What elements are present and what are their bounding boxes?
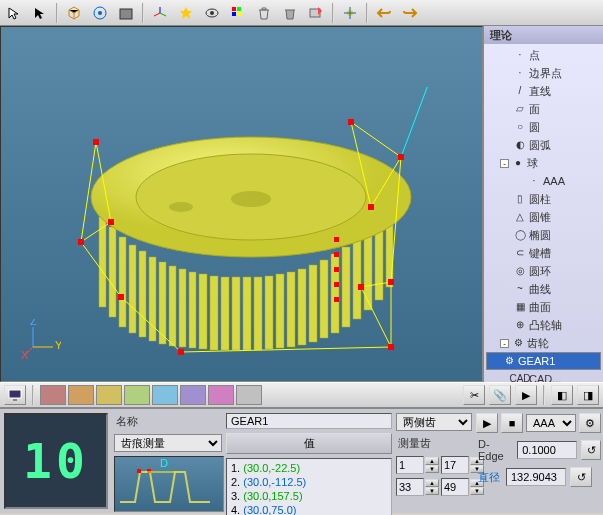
profile-preview: D (114, 456, 224, 512)
side-mode-select[interactable]: 两侧齿 (396, 413, 472, 431)
main-toolbar (0, 0, 603, 26)
axis-gizmo: ZYX (21, 319, 61, 361)
svg-point-47 (231, 191, 271, 207)
tree-node[interactable]: -⚙齿轮 (486, 334, 601, 352)
dedge-reset-icon[interactable]: ↺ (581, 440, 601, 460)
svg-rect-60 (388, 344, 394, 350)
color-swatch[interactable] (96, 385, 122, 405)
node-label: 直线 (529, 83, 551, 99)
viewport-3d[interactable]: ZYX (0, 26, 483, 382)
node-icon: CAD (513, 372, 527, 382)
clip-a-icon[interactable]: ✂ (463, 385, 485, 405)
tree-node[interactable]: ▦曲面 (486, 298, 601, 316)
extra-b-icon[interactable]: ◨ (577, 385, 599, 405)
dedge-input[interactable] (517, 441, 577, 459)
color-swatch[interactable] (40, 385, 66, 405)
node-icon: · (513, 66, 527, 80)
svg-rect-51 (108, 219, 114, 225)
palette-icon[interactable] (226, 2, 250, 24)
delete-icon[interactable] (304, 2, 328, 24)
svg-rect-19 (119, 237, 126, 327)
node-icon: ⚙ (511, 336, 525, 350)
spin-3[interactable]: ▲▼ (396, 478, 439, 496)
redo-icon[interactable] (398, 2, 422, 24)
goto-icon[interactable]: ▶ (515, 385, 537, 405)
value-row[interactable]: 1. (30.0,-22.5) (231, 461, 387, 475)
tree-node[interactable]: ○圆 (486, 118, 601, 136)
node-icon: ▦ (513, 300, 527, 314)
clip-b-icon[interactable]: 📎 (489, 385, 511, 405)
diam-input[interactable] (506, 468, 566, 486)
extra-a-icon[interactable]: ◧ (551, 385, 573, 405)
tree-node[interactable]: ~曲线 (486, 280, 601, 298)
monitor-icon[interactable] (4, 385, 26, 405)
arrow-icon[interactable] (28, 2, 52, 24)
trash-a-icon[interactable] (252, 2, 276, 24)
digit-display: 10 (4, 413, 108, 509)
axes-icon[interactable] (148, 2, 172, 24)
tree-node[interactable]: ·点 (486, 46, 601, 64)
tree-node[interactable]: ◯椭圆 (486, 226, 601, 244)
play-button[interactable]: ▶ (476, 413, 498, 433)
node-icon: ◐ (513, 138, 527, 152)
value-row[interactable]: 3. (30.0,157.5) (231, 489, 387, 503)
node-label: 齿轮 (527, 335, 549, 351)
box-icon[interactable] (114, 2, 138, 24)
undo-icon[interactable] (372, 2, 396, 24)
svg-rect-42 (364, 230, 372, 310)
spin-1[interactable]: ▲▼ (396, 456, 439, 474)
svg-rect-20 (129, 245, 136, 333)
node-label: 圆环 (529, 263, 551, 279)
tree-node[interactable]: ⚙GEAR1 (486, 352, 601, 370)
color-swatch[interactable] (236, 385, 262, 405)
cube-icon[interactable] (62, 2, 86, 24)
name-input[interactable] (226, 413, 392, 429)
node-label: 圆 (529, 119, 540, 135)
tree-node[interactable]: ◐圆弧 (486, 136, 601, 154)
trash-b-icon[interactable] (278, 2, 302, 24)
tree-node[interactable]: /直线 (486, 82, 601, 100)
tree-node[interactable]: ▯圆柱 (486, 190, 601, 208)
tree-node[interactable]: ◎圆环 (486, 262, 601, 280)
origin-icon[interactable] (338, 2, 362, 24)
value-list[interactable]: 1. (30.0,-22.5)2. (30.0,-112.5)3. (30.0,… (226, 458, 392, 515)
tree-node[interactable]: ·边界点 (486, 64, 601, 82)
star-icon[interactable] (174, 2, 198, 24)
value-row[interactable]: 4. (30.0,75.0) (231, 503, 387, 515)
cursor-icon[interactable] (2, 2, 26, 24)
tree-node[interactable]: ▱面 (486, 100, 601, 118)
feature-tree[interactable]: ·点·边界点/直线▱面○圆◐圆弧-●球·AAA▯圆柱△圆锥◯椭圆⊂键槽◎圆环~曲… (484, 44, 603, 382)
tree-node[interactable]: -●球 (486, 154, 601, 172)
color-swatch[interactable] (152, 385, 178, 405)
svg-rect-24 (169, 266, 176, 346)
svg-rect-23 (159, 262, 166, 344)
tree-node[interactable]: ⊂键槽 (486, 244, 601, 262)
svg-rect-62 (334, 252, 339, 257)
node-label: 点 (529, 47, 540, 63)
svg-rect-56 (368, 204, 374, 210)
color-swatch[interactable] (180, 385, 206, 405)
aaa-select[interactable]: AAA (526, 414, 576, 432)
digit-value: 10 (23, 433, 89, 489)
tree-node[interactable]: △圆锥 (486, 208, 601, 226)
node-icon: △ (513, 210, 527, 224)
svg-rect-54 (178, 349, 184, 355)
node-label: 椭圆 (529, 227, 551, 243)
tree-node[interactable]: ·AAA (486, 172, 601, 190)
color-swatch[interactable] (124, 385, 150, 405)
target-icon[interactable] (88, 2, 112, 24)
tree-node[interactable]: ⊕凸轮轴 (486, 316, 601, 334)
node-icon: ◎ (513, 264, 527, 278)
settings-icon[interactable]: ⚙ (579, 413, 601, 433)
svg-rect-26 (189, 272, 196, 348)
svg-rect-41 (353, 239, 361, 319)
value-row[interactable]: 2. (30.0,-112.5) (231, 475, 387, 489)
color-swatch[interactable] (68, 385, 94, 405)
diam-reset-icon[interactable]: ↺ (570, 467, 592, 487)
mode-select[interactable]: 齿痕测量 (114, 434, 222, 452)
stop-button[interactable]: ■ (501, 413, 523, 433)
color-swatch[interactable] (208, 385, 234, 405)
svg-text:X: X (21, 349, 29, 359)
eye-icon[interactable] (200, 2, 224, 24)
tree-node[interactable]: CADCAD... (486, 370, 601, 382)
